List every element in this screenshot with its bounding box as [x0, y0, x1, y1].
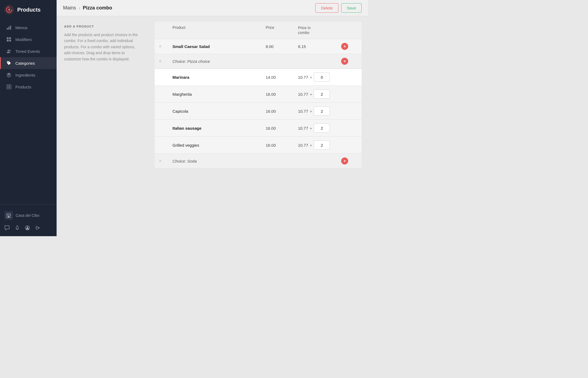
svg-rect-2 — [8, 27, 9, 30]
drag-handle-icon[interactable]: ≡ — [159, 59, 172, 64]
product-price-in-combo: 10.77 — [298, 109, 308, 114]
save-button[interactable]: Save — [341, 3, 362, 13]
product-price-in-combo: 10.77 — [298, 75, 308, 80]
product-price: 16.00 — [266, 143, 298, 147]
product-price-in-combo: 10.77 — [298, 126, 308, 130]
product-price: 8.00 — [266, 44, 298, 49]
section-title: ADD A PRODUCT — [64, 25, 141, 28]
remove-choice-soda-button[interactable]: × — [341, 157, 348, 164]
table-row: ≡ Choice: Soda × — [155, 154, 362, 169]
sidebar-item-products[interactable]: Products — [0, 81, 57, 93]
breadcrumb-arrow-icon: › — [79, 6, 80, 11]
sidebar-item-menus-label: Menus — [15, 25, 27, 30]
sidebar-item-categories[interactable]: Categories — [0, 57, 57, 69]
sidebar-item-timed-events[interactable]: Timed Events — [0, 45, 57, 57]
grid-icon — [6, 37, 12, 42]
breadcrumb-current: Pizza combo — [83, 5, 112, 11]
bar-chart-icon — [6, 25, 12, 30]
user-circle-icon[interactable] — [25, 225, 30, 232]
plus-sign: + — [310, 126, 312, 130]
drag-handle-icon[interactable]: ≡ — [159, 44, 172, 49]
product-price: 16.00 — [266, 109, 298, 114]
svg-rect-12 — [8, 85, 9, 87]
table-row: Capicola 16.00 10.77 + — [155, 103, 362, 120]
sidebar-item-modifiers[interactable]: Modifiers — [0, 33, 57, 45]
product-price-in-combo: 10.77 — [298, 143, 308, 147]
store-row[interactable]: Casa del Cibo — [4, 209, 52, 222]
tag-icon — [6, 60, 12, 66]
product-name: Grilled veggies — [172, 143, 266, 147]
table-row: ≡ Small Caesar Salad 8.00 6.15 × — [155, 39, 362, 54]
section-description: Add the products and product choices in … — [64, 32, 141, 62]
product-name: Capicola — [172, 109, 266, 114]
choice-name: Choice: Pizza choice — [172, 59, 266, 64]
bell-icon[interactable] — [15, 225, 20, 232]
price-combo-area: 10.77 + — [298, 73, 341, 82]
svg-rect-17 — [8, 216, 9, 218]
store-name-label: Casa del Cibo — [16, 213, 39, 218]
svg-rect-11 — [7, 85, 11, 89]
svg-point-10 — [8, 62, 9, 63]
sidebar-item-menus[interactable]: Menus — [0, 22, 57, 33]
table-row: Italian sausage 16.00 10.77 + — [155, 120, 362, 137]
bottom-icons-row — [4, 222, 52, 232]
svg-rect-3 — [10, 26, 11, 30]
plus-sign: + — [310, 143, 312, 147]
svg-rect-13 — [9, 85, 10, 87]
price-addon-input[interactable] — [314, 123, 330, 133]
drag-handle-icon[interactable]: ≡ — [159, 159, 172, 163]
sidebar-item-ingredients[interactable]: Ingredients — [0, 69, 57, 81]
sidebar-item-products-label: Products — [15, 85, 31, 89]
col-price: Price — [266, 25, 298, 35]
svg-rect-4 — [7, 37, 9, 39]
price-addon-input[interactable] — [314, 106, 330, 116]
remove-choice-button[interactable]: × — [341, 58, 348, 65]
table-row: ≡ Choice: Pizza choice × — [155, 54, 362, 69]
main-area: Mains › Pizza combo Delete Save ADD A PR… — [57, 0, 368, 236]
chat-icon[interactable] — [4, 225, 10, 232]
product-price: 14.00 — [266, 75, 298, 80]
right-panel: Product Price Price incombo ≡ Small Caes… — [148, 16, 368, 236]
price-addon-input[interactable] — [314, 90, 330, 99]
logout-icon[interactable] — [35, 225, 40, 232]
col-drag — [159, 25, 172, 35]
sidebar-item-modifiers-label: Modifiers — [15, 37, 32, 42]
remove-product-button[interactable]: × — [341, 43, 348, 50]
price-combo-area: 10.77 + — [298, 123, 341, 133]
choice-name: Choice: Soda — [172, 159, 266, 163]
col-product: Product — [172, 25, 266, 35]
svg-rect-6 — [7, 40, 9, 42]
table-row: Margherita 16.00 10.77 + — [155, 86, 362, 103]
svg-rect-1 — [7, 28, 8, 30]
price-combo-area: 10.77 + — [298, 90, 341, 99]
sidebar-bottom: Casa del Cibo — [0, 204, 57, 236]
col-price-in-combo: Price incombo — [298, 25, 341, 35]
svg-point-19 — [27, 226, 28, 228]
product-price: 16.00 — [266, 92, 298, 97]
table-row: Grilled veggies 16.00 10.77 + — [155, 137, 362, 154]
delete-button[interactable]: Delete — [315, 3, 338, 13]
svg-point-9 — [9, 50, 11, 51]
product-price-in-combo: 6.15 — [298, 44, 341, 49]
product-name: Small Caesar Salad — [172, 44, 266, 49]
breadcrumb-parent: Mains — [63, 5, 76, 11]
price-addon-input[interactable] — [314, 140, 330, 150]
sidebar-item-categories-label: Categories — [15, 61, 35, 66]
sidebar-item-timed-events-label: Timed Events — [15, 49, 40, 54]
price-combo-area: 10.77 + — [298, 106, 341, 116]
sidebar-app-title: Products — [17, 7, 41, 13]
svg-rect-14 — [8, 87, 9, 88]
product-price-in-combo: 10.77 — [298, 92, 308, 97]
plus-sign: + — [310, 109, 312, 114]
table-row: Marinara 14.00 10.77 + — [155, 69, 362, 86]
product-name: Margherita — [172, 92, 266, 97]
price-combo-area: 10.77 + — [298, 140, 341, 150]
content-area: ADD A PRODUCT Add the products and produ… — [57, 16, 368, 236]
sidebar-nav: Menus Modifiers — [0, 19, 57, 204]
product-name: Marinara — [172, 75, 266, 80]
price-addon-input[interactable] — [314, 73, 330, 82]
sidebar-item-ingredients-label: Ingredients — [15, 73, 35, 77]
page-header: Mains › Pizza combo Delete Save — [57, 0, 368, 16]
users-icon — [6, 49, 12, 54]
sidebar-logo-area: Products — [0, 0, 57, 19]
